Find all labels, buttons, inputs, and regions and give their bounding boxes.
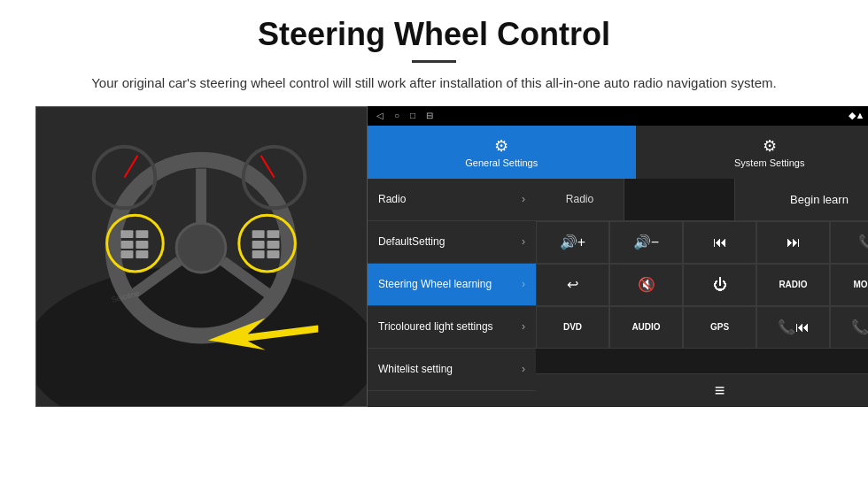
audio-button[interactable]: AUDIO <box>609 306 683 349</box>
status-indicators: ◆▲ 13:13 <box>849 110 868 121</box>
mute-icon: 🔇 <box>638 276 655 293</box>
menu-whitelist-chevron: › <box>522 363 525 375</box>
tab-system-settings[interactable]: ⚙ System Settings <box>636 126 869 179</box>
android-ui: ◁ ○ □ ⊟ ◆▲ 13:13 ⚙ General Settings ⚙ <box>368 106 868 407</box>
begin-learn-label: Begin learn <box>790 193 849 206</box>
vol-down-icon: 🔊− <box>633 234 659 250</box>
audio-label: AUDIO <box>632 322 660 332</box>
phone-next-icon: 📞⏭ <box>851 319 869 335</box>
bottom-icon: ≡ <box>715 380 725 401</box>
back-icon: ↩ <box>567 276 578 293</box>
bottom-bar: ≡ <box>536 373 868 407</box>
gps-label: GPS <box>710 322 729 332</box>
signal-icon: ◆▲ <box>849 110 865 121</box>
general-settings-icon: ⚙ <box>494 136 508 156</box>
tab-general-settings[interactable]: ⚙ General Settings <box>368 126 636 179</box>
phone-prev-icon: 📞⏮ <box>778 319 810 335</box>
vol-up-button[interactable]: 🔊+ <box>536 221 609 264</box>
menu-radio-chevron: › <box>522 193 525 205</box>
power-button[interactable]: ⏻ <box>683 264 756 306</box>
dvd-label: DVD <box>563 322 582 332</box>
mode-label: MODE <box>854 280 869 289</box>
menu-item-default-label: DefaultSetting <box>378 235 445 248</box>
title-divider <box>412 60 456 63</box>
phone-next-button[interactable]: 📞⏭ <box>830 306 868 349</box>
svg-rect-17 <box>252 250 265 258</box>
back-button[interactable]: ↩ <box>536 264 609 306</box>
nav-home-icon[interactable]: ○ <box>394 111 399 120</box>
dvd-button[interactable]: DVD <box>536 306 609 349</box>
nav-recent-icon[interactable]: □ <box>410 111 415 120</box>
mode-button[interactable]: MODE <box>830 264 868 306</box>
menu-steering-chevron: › <box>522 278 525 290</box>
nav-back-icon[interactable]: ◁ <box>376 111 384 120</box>
mute-button[interactable]: 🔇 <box>609 264 683 306</box>
menu-tricoloured-chevron: › <box>522 320 525 333</box>
svg-rect-19 <box>267 241 280 249</box>
right-panel: Radio Begin learn 🔊+ <box>536 179 868 407</box>
rp-empty-space <box>624 179 735 220</box>
radio-mode-label: RADIO <box>779 280 807 289</box>
nav-cast-icon[interactable]: ⊟ <box>426 111 433 120</box>
svg-rect-16 <box>252 241 265 249</box>
radio-mode-button[interactable]: RADIO <box>756 264 830 306</box>
tab-general-label: General Settings <box>465 157 538 168</box>
tabs-row: ⚙ General Settings ⚙ System Settings <box>368 126 868 179</box>
menu-item-steering-label: Steering Wheel learning <box>378 278 492 290</box>
system-settings-icon: ⚙ <box>763 136 777 156</box>
svg-point-3 <box>176 223 226 273</box>
menu-item-steering-wheel[interactable]: Steering Wheel learning › <box>368 264 536 306</box>
phone-prev-button[interactable]: 📞⏮ <box>756 306 830 349</box>
title-section: Steering Wheel Control Your original car… <box>35 16 833 94</box>
menu-item-whitelist-label: Whitelist setting <box>378 363 453 375</box>
car-image: Seicane <box>35 106 368 407</box>
menu-item-radio[interactable]: Radio › <box>368 179 536 221</box>
svg-rect-18 <box>267 230 280 238</box>
nav-buttons: ◁ ○ □ ⊟ <box>376 111 433 120</box>
vol-down-button[interactable]: 🔊− <box>609 221 683 264</box>
menu-item-tricoloured[interactable]: Tricoloured light settings › <box>368 306 536 349</box>
rp-radio-label: Radio <box>566 193 593 205</box>
content-area: Seicane ◁ ○ □ ⊟ ◆▲ 13:13 <box>35 106 833 407</box>
svg-rect-12 <box>136 230 148 238</box>
page-title: Steering Wheel Control <box>35 16 833 53</box>
next-track-button[interactable]: ⏭ <box>756 221 830 264</box>
menu-default-chevron: › <box>522 235 525 248</box>
power-icon: ⏻ <box>713 277 727 293</box>
svg-rect-14 <box>136 250 148 258</box>
tab-system-label: System Settings <box>734 157 804 168</box>
controls-grid: 🔊+ 🔊− ⏮ ⏭ 📞 <box>536 221 868 373</box>
phone-icon: 📞 <box>858 234 869 250</box>
page-subtitle: Your original car's steering wheel contr… <box>80 73 788 94</box>
svg-rect-9 <box>121 230 134 238</box>
svg-rect-10 <box>121 241 134 249</box>
page-wrapper: Steering Wheel Control Your original car… <box>0 0 868 416</box>
phone-button[interactable]: 📞 <box>830 221 868 264</box>
left-menu: Radio › DefaultSetting › Steering Wheel … <box>368 179 536 407</box>
status-bar: ◁ ○ □ ⊟ ◆▲ 13:13 <box>368 106 868 126</box>
begin-learn-button[interactable]: Begin learn <box>735 179 868 220</box>
svg-rect-11 <box>121 250 134 258</box>
svg-rect-13 <box>136 241 148 249</box>
svg-rect-15 <box>252 230 265 238</box>
rp-top-row: Radio Begin learn <box>536 179 868 221</box>
menu-item-tricoloured-label: Tricoloured light settings <box>378 320 493 333</box>
rp-radio-button[interactable]: Radio <box>536 179 624 220</box>
gps-button[interactable]: GPS <box>683 306 756 349</box>
prev-track-icon: ⏮ <box>713 234 727 250</box>
vol-up-icon: 🔊+ <box>560 234 585 250</box>
menu-item-default-setting[interactable]: DefaultSetting › <box>368 221 536 264</box>
menu-item-radio-label: Radio <box>378 193 406 205</box>
main-content-row: Radio › DefaultSetting › Steering Wheel … <box>368 179 868 407</box>
next-track-icon: ⏭ <box>787 234 801 250</box>
svg-rect-20 <box>267 250 280 258</box>
prev-track-button[interactable]: ⏮ <box>683 221 756 264</box>
menu-item-whitelist[interactable]: Whitelist setting › <box>368 349 536 391</box>
